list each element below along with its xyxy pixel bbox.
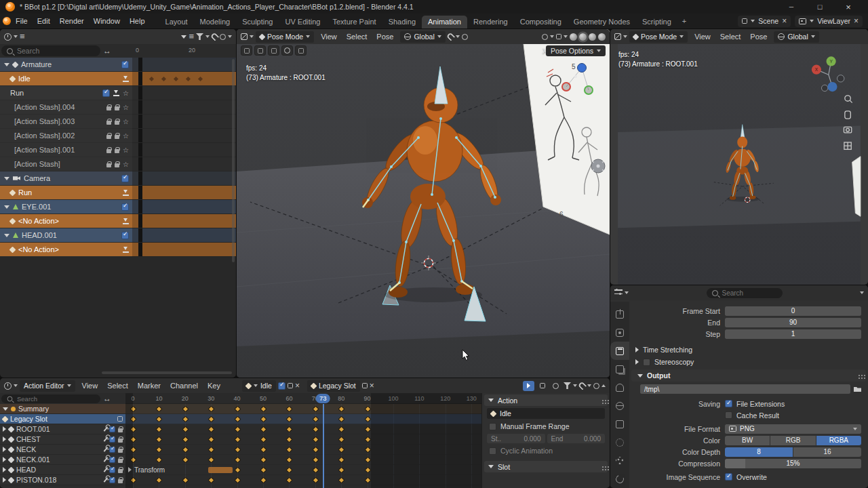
lock-icon[interactable]: [118, 449, 123, 453]
scene-selector[interactable]: Scene: [738, 16, 791, 27]
keyframe[interactable]: [208, 406, 215, 413]
manual-frame-range-checkbox[interactable]: [489, 423, 496, 430]
menu-render[interactable]: Render: [55, 17, 89, 25]
keyframe[interactable]: [208, 416, 215, 423]
channel-checkbox[interactable]: [109, 467, 115, 473]
keyframe[interactable]: [156, 426, 163, 433]
search-field[interactable]: [1, 45, 100, 56]
lock-icon[interactable]: [118, 469, 123, 473]
keyframe[interactable]: [234, 416, 241, 423]
step-field[interactable]: 1: [725, 329, 861, 339]
channel-keys[interactable]: [132, 100, 236, 115]
keyframe[interactable]: [234, 436, 241, 443]
star-icon[interactable]: [123, 131, 129, 140]
options-chevron-icon[interactable]: [860, 291, 864, 294]
lock-icon[interactable]: [118, 479, 123, 483]
filter-dropdown-icon[interactable]: [181, 35, 186, 39]
keyframe[interactable]: [234, 406, 241, 413]
keyframe[interactable]: [338, 406, 345, 413]
channel-keys[interactable]: [132, 171, 236, 186]
viewport-canvas[interactable]: Y X: [610, 44, 868, 285]
proportional-edit-icon[interactable]: [593, 383, 599, 389]
expand-arrow[interactable]: [4, 205, 9, 209]
channel-name[interactable]: [Action Stash]: [0, 157, 132, 171]
keyframe[interactable]: [286, 477, 293, 484]
channel-keys[interactable]: [132, 228, 236, 243]
unlink-slot-icon[interactable]: [370, 382, 374, 390]
keyframe[interactable]: [364, 447, 371, 453]
properties-tab-object[interactable]: [610, 415, 629, 433]
file-extensions-checkbox[interactable]: [725, 400, 732, 407]
warning-toggle[interactable]: [550, 381, 561, 391]
expand-arrow[interactable]: [4, 63, 9, 66]
proportional-edit-icon[interactable]: [462, 34, 468, 40]
proportional-edit-icon[interactable]: [220, 34, 226, 40]
keyframe[interactable]: [260, 477, 267, 484]
properties-search-field[interactable]: [707, 288, 783, 298]
channel-keys[interactable]: [132, 86, 236, 100]
properties-tab-render[interactable]: [610, 323, 629, 342]
lock-icon[interactable]: [115, 106, 119, 110]
keyframe[interactable]: [312, 406, 319, 413]
keyframe[interactable]: [338, 416, 345, 423]
star-icon[interactable]: [123, 103, 129, 111]
action-channel-piston-018[interactable]: PISTON.018: [0, 475, 125, 485]
lock-icon[interactable]: [106, 135, 111, 139]
keyframe[interactable]: [286, 467, 293, 474]
expand-arrow[interactable]: [3, 426, 6, 432]
menu-select[interactable]: Select: [715, 33, 746, 41]
expand-arrow[interactable]: [4, 234, 9, 237]
keyframe[interactable]: [312, 477, 319, 484]
editor-type-icon[interactable]: [4, 382, 12, 390]
action-channel-neck-001[interactable]: NECK.001: [0, 455, 125, 465]
keyframe[interactable]: [234, 457, 241, 464]
keyframe[interactable]: [364, 416, 371, 423]
keyframe[interactable]: [182, 406, 189, 413]
playhead[interactable]: [323, 404, 324, 488]
push-down-icon[interactable]: [123, 76, 129, 82]
add-workspace-button[interactable]: +: [677, 15, 691, 27]
action-channel-head[interactable]: HEAD: [0, 465, 125, 475]
rendered-shading-icon[interactable]: [598, 33, 606, 41]
keyframe[interactable]: [286, 426, 293, 433]
keyframe[interactable]: [182, 447, 189, 453]
lock-icon[interactable]: [106, 149, 111, 153]
keyframe[interactable]: [338, 426, 345, 433]
overlays-icon[interactable]: [556, 34, 561, 39]
color-option-rgb[interactable]: RGB: [770, 436, 815, 445]
keyframe[interactable]: [312, 416, 319, 423]
workspace-tab-geometry-nodes[interactable]: Geometry Nodes: [568, 16, 636, 28]
properties-tab-output[interactable]: [610, 342, 629, 360]
channel-keys[interactable]: [132, 143, 236, 157]
orientation-selector[interactable]: Global: [400, 31, 445, 43]
channel-name[interactable]: [Action Stash].002: [0, 129, 132, 143]
channel-keys[interactable]: [132, 157, 236, 171]
action-channel-legacy-slot[interactable]: Legacy Slot: [0, 414, 125, 424]
channel-name[interactable]: [Action Stash].001: [0, 143, 132, 157]
select-circle-icon[interactable]: [281, 45, 293, 56]
keyframe[interactable]: [234, 467, 241, 474]
keyframe[interactable]: [234, 477, 241, 484]
keyframe[interactable]: [364, 426, 371, 433]
menu-view[interactable]: View: [316, 33, 342, 41]
panel-grip-icon[interactable]: [602, 400, 604, 401]
lock-icon[interactable]: [118, 428, 123, 432]
scene-unlink-icon[interactable]: [782, 17, 787, 25]
editor-type-icon[interactable]: [614, 33, 621, 40]
keyframe[interactable]: [260, 436, 267, 443]
filter-icon[interactable]: [564, 382, 571, 389]
horizontal-scrollbar[interactable]: [102, 371, 232, 374]
workspace-tab-compositing[interactable]: Compositing: [514, 16, 568, 28]
keyframe[interactable]: [260, 457, 267, 464]
keyframe[interactable]: [312, 467, 319, 474]
keyframe[interactable]: [208, 447, 215, 453]
channel-name[interactable]: Run: [0, 86, 132, 100]
channel-name[interactable]: HEAD.001: [0, 228, 132, 243]
folder-browse-icon[interactable]: [854, 386, 861, 392]
keyframe[interactable]: [156, 416, 163, 423]
viewlayer-selector[interactable]: ViewLayer: [795, 16, 863, 27]
channel-keys[interactable]: [132, 72, 236, 86]
menu-select[interactable]: Select: [102, 382, 133, 390]
new-slot-icon[interactable]: [362, 383, 368, 388]
push-down-icon[interactable]: [123, 247, 129, 253]
